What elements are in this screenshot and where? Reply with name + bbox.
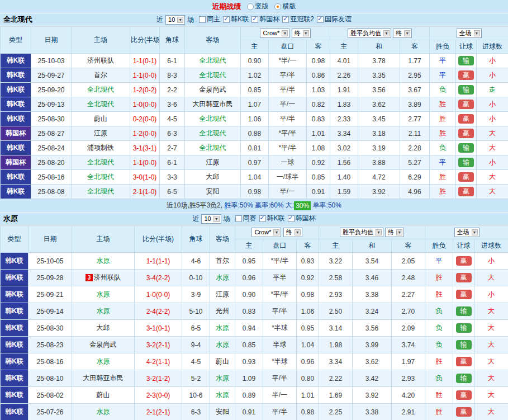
avg-time-select[interactable]: 终▼ [393, 29, 412, 38]
home-team-cell[interactable]: 江原 [72, 126, 130, 141]
col-corner: 角球 [160, 27, 185, 54]
avg-odds-win: 1.40 [330, 170, 358, 185]
red-card-badge: 3 [86, 274, 93, 281]
result-handicap: 赢 [453, 286, 474, 303]
col-score: 比分(半场) [130, 27, 160, 54]
away-team-cell[interactable]: 全北现代 [185, 126, 241, 141]
home-team-cell[interactable]: 大邱 [72, 320, 135, 337]
away-team-cell[interactable]: 首尔 [210, 253, 235, 270]
scope-select[interactable]: 全场▼ [454, 228, 479, 237]
team-name: 水原 [3, 214, 18, 224]
away-team-cell[interactable]: 安阳 [185, 185, 241, 199]
home-team-cell[interactable]: 全北现代 [72, 83, 130, 97]
filter-checkbox[interactable]: 同主 [199, 15, 220, 24]
home-team-cell[interactable]: 水原 [72, 404, 135, 420]
home-team-cell[interactable]: 水原 [72, 286, 135, 303]
home-team-cell[interactable]: 水原 [72, 353, 135, 370]
away-team-cell[interactable]: 水原 [210, 337, 235, 353]
result-handicap: 赢 [453, 253, 474, 270]
checkbox-icon [251, 16, 258, 23]
handicap-odds-away: 0.95 [297, 320, 319, 337]
away-team-cell[interactable]: 水原 [210, 320, 235, 337]
result-outcome: 负 [425, 320, 453, 337]
odds-time-select[interactable]: 终▼ [292, 29, 311, 38]
home-team-cell[interactable]: 蔚山 [72, 112, 130, 126]
filter-checkbox[interactable]: 韩K联 [259, 214, 285, 223]
match-date: 25-08-23 [29, 337, 72, 353]
away-team-cell[interactable]: 全北现代 [185, 54, 241, 68]
away-team-name: 安阳 [216, 408, 229, 416]
checkbox-label: 亚冠联2 [290, 15, 314, 24]
handicap-result-pill: 赢 [456, 390, 472, 400]
score-cell: 3-0(1-0) [130, 170, 160, 185]
filter-checkbox[interactable]: 韩K联 [223, 15, 249, 24]
match-row: 韩K联25-09-13全北现代1-0(0-0)3-6大田韩亚市民1.07半/一0… [1, 97, 508, 112]
home-team-cell[interactable]: 大田韩亚市民 [72, 370, 135, 387]
match-count-select[interactable]: 10 ▼ [201, 214, 221, 224]
checkbox-icon [288, 215, 295, 222]
radio-vertical-layout[interactable]: 竖版 [247, 2, 269, 11]
match-row: 韩K联25-07-26水原2-1(2-1)6-3安阳0.91平/半0.982.2… [1, 404, 508, 420]
home-team-cell[interactable]: 首尔 [72, 68, 130, 83]
match-date: 25-09-21 [29, 286, 72, 303]
avg-time-select[interactable]: 终▼ [385, 228, 404, 237]
home-team-cell[interactable]: 全北现代 [72, 97, 130, 112]
filter-checkbox[interactable]: 韩国杯 [288, 214, 316, 223]
home-team-cell[interactable]: 全北现代 [72, 170, 130, 185]
home-team-cell[interactable]: 3济州联队 [72, 270, 135, 286]
handicap-odds-home: 1.09 [235, 370, 263, 387]
away-team-name: 江原 [206, 158, 220, 166]
home-team-name: 全北现代 [87, 158, 114, 166]
filter-checkbox[interactable]: 国际友谊 [317, 15, 352, 24]
away-team-cell[interactable]: 大田韩亚市民 [185, 97, 241, 112]
handicap-result-pill: 输 [456, 323, 472, 333]
avg-odds-lose: 4.96 [400, 185, 430, 199]
result-handicap: 输 [456, 155, 477, 170]
avg-select[interactable]: 胜平负均值▼ [340, 228, 383, 237]
home-team-cell[interactable]: 全北现代 [72, 185, 130, 199]
away-team-cell[interactable]: 全北现代 [185, 68, 241, 83]
match-date: 25-08-16 [31, 170, 72, 185]
bookmaker-select[interactable]: Crow*▼ [251, 228, 281, 237]
avg-odds-lose: 6.29 [400, 170, 430, 185]
avg-odds-lose: 2.93 [392, 370, 425, 387]
away-team-cell[interactable]: 安阳 [210, 404, 235, 420]
home-team-cell[interactable]: 浦项制铁 [72, 141, 130, 155]
away-team-cell[interactable]: 水原 [210, 270, 235, 286]
home-team-cell[interactable]: 水原 [72, 303, 135, 320]
avg-odds-draw: 3.56 [358, 83, 400, 97]
home-team-cell[interactable]: 水原 [72, 253, 135, 270]
home-team-cell[interactable]: 金泉尚武 [72, 337, 135, 353]
away-team-cell[interactable]: 蔚山 [210, 353, 235, 370]
avg-select[interactable]: 胜平负均值▼ [348, 29, 391, 38]
away-team-cell[interactable]: 金泉尚武 [185, 83, 241, 97]
scope-select[interactable]: 全场▼ [457, 29, 482, 38]
away-team-cell[interactable]: 水原 [210, 387, 235, 404]
match-count-select[interactable]: 10 ▼ [165, 15, 185, 25]
filter-checkbox[interactable]: 同赛 [235, 214, 257, 223]
result-outcome: 平 [425, 253, 453, 270]
away-team-cell[interactable]: 江原 [210, 286, 235, 303]
away-team-cell[interactable]: 江原 [185, 155, 241, 170]
col-avg-draw: 和 [353, 239, 392, 253]
away-team-cell[interactable]: 全北现代 [185, 112, 241, 126]
radio-horizontal-layout[interactable]: 横版 [274, 2, 296, 11]
avg-odds-lose: 2.11 [400, 126, 430, 141]
filter-checkbox[interactable]: 亚冠联2 [282, 15, 314, 24]
away-team-cell[interactable]: 光州 [210, 303, 235, 320]
bookmaker-select[interactable]: Crow*▼ [260, 29, 289, 38]
away-team-name: 水原 [216, 391, 229, 399]
away-team-cell[interactable]: 全北现代 [185, 141, 241, 155]
away-team-name: 全北现代 [200, 115, 226, 122]
home-team-cell[interactable]: 济州联队 [72, 54, 130, 68]
filter-checkbox[interactable]: 韩国杯 [251, 15, 279, 24]
away-team-cell[interactable]: 大邱 [185, 170, 241, 185]
home-team-cell[interactable]: 蔚山 [72, 387, 135, 404]
checkbox-icon [235, 215, 242, 222]
home-team-cell[interactable]: 全北现代 [72, 155, 130, 170]
odds-time-select[interactable]: 终▼ [283, 228, 302, 237]
avg-odds-win: 1.83 [330, 97, 358, 112]
team-section-header: 水原 近 10 ▼ 场 同赛韩K联韩国杯 [0, 213, 508, 225]
match-row: 韩K联25-08-23金泉尚武3-2(2-1)9-4水原0.85半球1.041.… [1, 337, 508, 353]
away-team-cell[interactable]: 水原 [210, 370, 235, 387]
